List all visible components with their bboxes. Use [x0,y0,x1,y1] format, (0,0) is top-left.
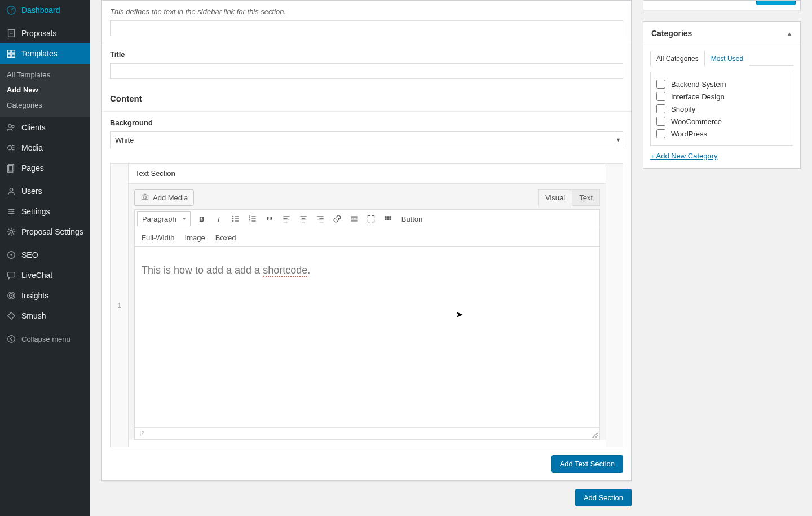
sidebar-item-seo[interactable]: SEO [0,245,90,265]
svg-point-13 [10,188,12,191]
background-select[interactable]: White ▼ [110,131,623,148]
svg-rect-58 [387,216,389,218]
sidebar-item-label: Insights [21,291,48,300]
text-tab[interactable]: Text [572,189,600,206]
svg-point-18 [12,211,14,213]
category-checkbox[interactable] [656,129,665,138]
bullet-list-button[interactable] [228,211,244,226]
add-text-section-button[interactable]: Add Text Section [551,455,623,473]
svg-rect-6 [8,54,11,57]
title-input[interactable] [110,63,623,79]
sidebar-item-insights[interactable]: Insights [0,285,90,306]
align-right-button[interactable] [312,211,328,226]
sidebar-item-media[interactable]: Media [0,138,90,158]
submenu-item-categories[interactable]: Categories [0,98,90,113]
media-icon [6,142,17,153]
user-icon [6,186,17,197]
add-media-label: Add Media [153,193,188,202]
boxed-tool[interactable]: Boxed [211,230,241,245]
category-item[interactable]: WooCommerce [656,115,787,127]
sidebar-item-label: SEO [21,250,38,259]
category-checkbox[interactable] [656,104,665,113]
category-item[interactable]: Shopify [656,103,787,115]
numbered-list-button[interactable]: 123 [245,211,261,226]
svg-point-9 [11,125,14,128]
admin-sidebar: Dashboard Proposals Templates All Templa… [0,0,90,516]
button-tool[interactable]: Button [397,211,427,226]
visual-tab[interactable]: Visual [538,189,572,206]
editor-path[interactable]: P [139,430,144,438]
sidebar-item-templates[interactable]: Templates [0,43,90,64]
category-item[interactable]: Interface Design [656,90,787,103]
row-drag-handle[interactable] [606,164,623,447]
content-heading: Content [102,86,631,111]
sidebar-item-users[interactable]: Users [0,181,90,201]
sidebar-item-dashboard[interactable]: Dashboard [0,0,90,20]
sidebar-link-hint: This defines the text in the sidebar lin… [110,7,623,16]
sidebar-item-clients[interactable]: Clients [0,117,90,138]
document-icon [6,28,17,39]
blockquote-button[interactable] [262,211,277,226]
submenu-item-add-new[interactable]: Add New [0,82,90,98]
sidebar-link-input[interactable] [110,20,623,36]
editor-content-area[interactable]: This is how to add a add a shortcode. [134,247,600,427]
svg-point-20 [10,230,12,233]
svg-point-29 [144,196,147,199]
svg-rect-62 [389,218,391,220]
category-checkbox[interactable] [656,117,665,126]
sidebar-item-proposal-settings[interactable]: Proposal Settings [0,222,90,242]
svg-rect-61 [387,218,389,220]
add-section-button[interactable]: Add Section [575,489,632,506]
svg-rect-23 [8,272,15,277]
collapse-menu-button[interactable]: Collapse menu [0,329,90,349]
categories-panel-header[interactable]: Categories ▲ [643,22,800,45]
category-checkbox[interactable] [656,92,665,101]
sidebar-item-label: Templates [21,49,58,58]
title-label: Title [110,50,623,59]
sidebar-item-livechat[interactable]: LiveChat [0,265,90,285]
insights-icon [6,290,17,301]
svg-rect-60 [385,218,386,220]
toolbar-toggle-button[interactable] [380,211,396,226]
image-tool[interactable]: Image [180,230,210,245]
svg-point-30 [232,216,233,217]
add-media-button[interactable]: Add Media [134,189,194,206]
category-item[interactable]: Backend System [656,78,787,90]
submenu-item-all-templates[interactable]: All Templates [0,67,90,82]
chevron-up-icon: ▲ [787,30,792,37]
sidebar-item-settings[interactable]: Settings [0,201,90,222]
bold-button[interactable]: B [194,211,210,226]
dashboard-icon [6,5,17,16]
svg-rect-54 [351,216,357,218]
category-checklist: Backend System Interface Design Shopify … [650,72,793,146]
most-used-tab[interactable]: Most Used [705,51,749,66]
sidebar-item-label: Settings [21,207,50,216]
sidebar-item-label: LiveChat [21,271,52,280]
users-icon [6,122,17,133]
collapse-icon [6,333,17,345]
chat-icon [6,270,17,281]
categories-panel: Categories ▲ All Categories Most Used Ba… [643,21,801,169]
spellcheck-error: shortcode [263,264,307,277]
partial-top-box [643,0,801,10]
fullscreen-button[interactable] [363,211,379,226]
add-new-category-link[interactable]: + Add New Category [650,152,718,160]
resize-handle-icon[interactable] [592,431,598,438]
sidebar-item-proposals[interactable]: Proposals [0,23,90,43]
italic-button[interactable]: I [211,211,227,226]
text-section-title: Text Section [129,164,606,184]
link-button[interactable] [329,211,345,226]
sidebar-item-label: Media [21,143,43,152]
align-center-button[interactable] [295,211,311,226]
gear-icon [6,226,17,237]
category-item[interactable]: WordPress [656,127,787,140]
all-categories-tab[interactable]: All Categories [650,51,705,66]
sidebar-item-smush[interactable]: Smush [0,306,90,326]
format-select[interactable]: Paragraph [137,211,191,226]
svg-point-27 [8,336,15,343]
sidebar-item-pages[interactable]: Pages [0,158,90,178]
full-width-tool[interactable]: Full-Width [137,230,179,245]
category-checkbox[interactable] [656,80,665,89]
read-more-button[interactable] [346,211,362,226]
align-left-button[interactable] [279,211,294,226]
